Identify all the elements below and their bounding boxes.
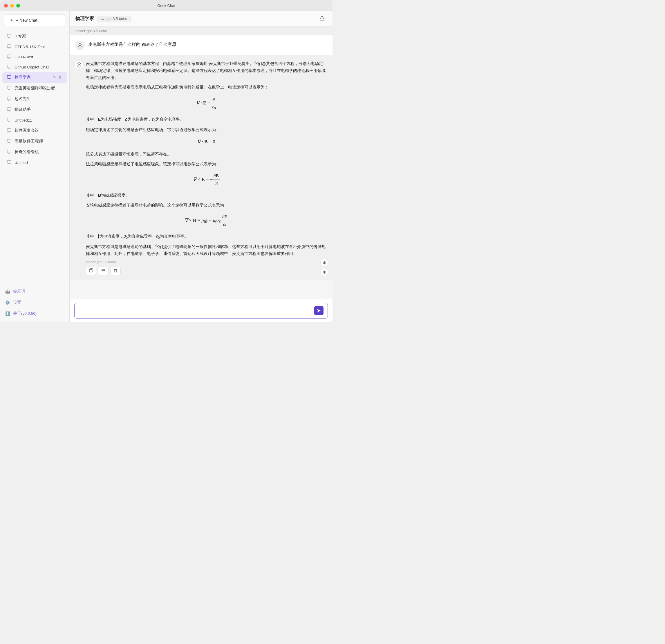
svg-point-19 bbox=[79, 43, 81, 45]
svg-rect-11 bbox=[7, 150, 11, 153]
scroll-up-button[interactable]: ⊕ bbox=[320, 259, 328, 267]
faraday-note: 其中，B为磁感应强度。 bbox=[86, 192, 327, 199]
new-chat-label: + New Chat bbox=[16, 18, 37, 23]
copy-button[interactable] bbox=[86, 267, 96, 275]
window-controls[interactable] bbox=[4, 4, 20, 7]
sidebar-label: GPT4-Test bbox=[15, 55, 33, 59]
about-label: 关于(v0.0.56) bbox=[13, 311, 37, 316]
chat-icon bbox=[7, 139, 12, 144]
clear-chat-button[interactable] bbox=[318, 14, 327, 24]
ai-content: 麦克斯韦方程组是描述电磁场的基本方程，由苏格兰物理学家詹姆斯·麦克斯韦于19世纪… bbox=[86, 60, 327, 257]
prompts-item[interactable]: 🤖 提示词 bbox=[2, 287, 67, 297]
gauss-law-formula: ∇ · E = ρε0 bbox=[86, 95, 327, 111]
ai-message: 麦克斯韦方程组是描述电磁场的基本方程，由苏格兰物理学家詹姆斯·麦克斯韦于19世纪… bbox=[70, 55, 332, 280]
about-item[interactable]: ℹ️ 关于(v0.0.56) bbox=[2, 309, 67, 319]
gauss-law-text: 电场定律或者称为高斯定理表示电场从正电荷传递到负电荷的通量。在数学上，电场定律可… bbox=[86, 84, 327, 91]
svg-rect-12 bbox=[7, 160, 11, 163]
window-title: Geek Chat bbox=[157, 3, 175, 8]
sidebar-item-senior-engineer[interactable]: 高级软件工程师 bbox=[2, 136, 67, 147]
chat-icon bbox=[7, 97, 12, 101]
input-wrapper bbox=[74, 303, 328, 319]
item-actions: ✎ 🗑 bbox=[53, 75, 62, 80]
gear-icon: ⚙️ bbox=[5, 300, 10, 305]
sidebar-list: IT专家 GTP3.5-16K-Test GPT4-Test Github Co… bbox=[0, 30, 69, 283]
quote-button[interactable] bbox=[98, 267, 109, 275]
chat-title: 物理学家 bbox=[75, 16, 94, 22]
svg-rect-10 bbox=[7, 139, 11, 142]
model-prefix-text: model: gpt-3.5-turbo bbox=[75, 29, 107, 33]
svg-point-20 bbox=[78, 64, 78, 65]
sidebar-item-physicist[interactable]: 物理学家 ✎ 🗑 bbox=[2, 72, 67, 83]
send-button[interactable] bbox=[314, 306, 323, 315]
gauss-mag-text: 磁场定律描述了变化的磁场会产生感应电场。它可以通过数学公式表示为： bbox=[86, 127, 327, 133]
ai-avatar bbox=[74, 60, 83, 70]
faraday-text: 法拉第电磁感应定律描述了电磁感应现象。该定律可以用数学公式表示为： bbox=[86, 161, 327, 168]
svg-rect-7 bbox=[7, 108, 11, 111]
sidebar-item-untitled[interactable]: Untitled bbox=[2, 157, 67, 167]
svg-rect-4 bbox=[7, 75, 11, 78]
svg-rect-1 bbox=[7, 45, 11, 48]
info-icon: ℹ️ bbox=[5, 311, 10, 316]
sidebar-item-it-expert[interactable]: IT专家 bbox=[2, 31, 67, 41]
user-avatar bbox=[75, 41, 85, 50]
titlebar: Geek Chat bbox=[0, 0, 332, 11]
sidebar-item-roundtable[interactable]: 软件圆桌会议 bbox=[2, 125, 67, 136]
sidebar-item-gpt4-test[interactable]: GPT4-Test bbox=[2, 52, 67, 62]
chat-icon bbox=[7, 44, 12, 49]
sidebar-item-untitled11[interactable]: Untitled11 bbox=[2, 115, 67, 125]
edit-chat-button[interactable]: ✎ bbox=[53, 75, 57, 80]
sidebar-label: 充当英语翻译和改进者 bbox=[15, 86, 55, 91]
sidebar-footer: 🤖 提示词 ⚙️ 设置 ℹ️ 关于(v0.0.56) bbox=[0, 283, 69, 322]
gauss-law-note: 其中，E为电场强度，ρ为电荷密度，ε0为真空电容率。 bbox=[86, 116, 327, 124]
svg-rect-8 bbox=[7, 118, 11, 121]
settings-item[interactable]: ⚙️ 设置 bbox=[2, 298, 67, 307]
svg-point-16 bbox=[103, 19, 104, 20]
ampere-text: 安培电磁感应定律描述了磁场对电荷的影响。这个定律可以用数学公式表示为： bbox=[86, 202, 327, 209]
model-selector[interactable]: gpt-3.5-turbo bbox=[97, 16, 131, 22]
user-message: 麦克斯韦方程组是什么样的,都表达了什么意思 bbox=[70, 35, 332, 55]
sidebar-item-gtp35-16k[interactable]: GTP3.5-16K-Test bbox=[2, 42, 67, 52]
gauss-mag-note: 该公式表达了磁通量守恒定理，即磁荷不存在。 bbox=[86, 151, 327, 158]
scroll-down-button[interactable]: ⊕ bbox=[320, 268, 328, 276]
sidebar-label: IT专家 bbox=[15, 34, 26, 39]
chat-icon bbox=[7, 150, 12, 154]
user-message-text: 麦克斯韦方程组是什么样的,都表达了什么意思 bbox=[88, 41, 176, 47]
user-icon bbox=[77, 43, 83, 48]
chat-icon bbox=[7, 107, 12, 112]
ai-model-label: model: gpt-3.5-turbo bbox=[86, 260, 327, 264]
sidebar-label: 软件圆桌会议 bbox=[15, 128, 39, 133]
svg-rect-17 bbox=[320, 20, 324, 21]
sidebar-label: 起名先生 bbox=[15, 96, 31, 101]
svg-rect-0 bbox=[7, 34, 11, 37]
sidebar-item-translator-en[interactable]: 充当英语翻译和改进者 bbox=[2, 83, 67, 93]
chat-icon bbox=[7, 160, 12, 165]
svg-rect-6 bbox=[7, 97, 11, 100]
scroll-buttons: ⊕ ⊕ bbox=[320, 259, 328, 276]
chat-input-area bbox=[70, 299, 332, 322]
main-content: 物理学家 gpt-3.5-turbo bbox=[70, 11, 332, 322]
model-info-bar: model: gpt-3.5-turbo bbox=[70, 27, 332, 35]
sidebar: ＋ + New Chat IT专家 GTP3.5-16K-Test GPT bbox=[0, 11, 70, 322]
quote-icon bbox=[101, 268, 105, 272]
delete-chat-button[interactable]: 🗑 bbox=[58, 75, 62, 80]
minimize-button[interactable] bbox=[10, 4, 14, 7]
sidebar-item-github-copilot[interactable]: Github Copilot Chat bbox=[2, 62, 67, 72]
chat-icon bbox=[7, 118, 12, 122]
sidebar-label: Untitled bbox=[15, 160, 28, 165]
new-chat-button[interactable]: ＋ + New Chat bbox=[4, 15, 65, 26]
message-actions bbox=[86, 267, 327, 275]
chat-icon bbox=[7, 34, 12, 39]
sidebar-item-compliment-machine[interactable]: 神奇的夸夸机 bbox=[2, 147, 67, 157]
delete-message-button[interactable] bbox=[110, 267, 121, 275]
chat-input[interactable] bbox=[79, 308, 311, 313]
maximize-button[interactable] bbox=[16, 4, 20, 7]
sidebar-item-translator[interactable]: 翻译助手 bbox=[2, 105, 67, 115]
brush-icon bbox=[319, 15, 325, 21]
chat-icon bbox=[7, 55, 12, 59]
app-body: ＋ + New Chat IT专家 GTP3.5-16K-Test GPT bbox=[0, 11, 332, 322]
close-button[interactable] bbox=[4, 4, 8, 7]
sidebar-item-naming[interactable]: 起名先生 bbox=[2, 94, 67, 104]
svg-point-15 bbox=[102, 17, 103, 18]
trash-icon bbox=[113, 268, 117, 272]
ampere-note: 其中，j为电流密度，μ0为真空磁导率，ε0为真空电容率。 bbox=[86, 233, 327, 241]
